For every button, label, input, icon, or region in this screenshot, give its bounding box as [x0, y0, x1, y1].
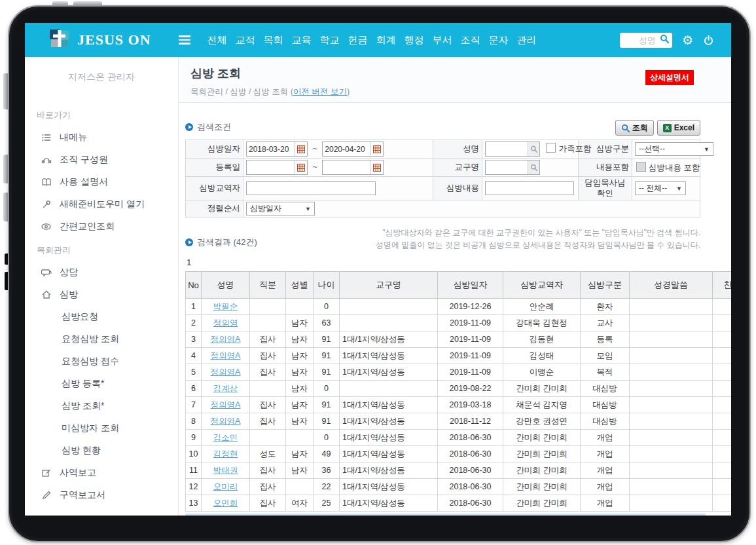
- hamburger-menu-icon[interactable]: [179, 35, 190, 45]
- table-cell: 1대/1지역/삼성동: [340, 364, 438, 381]
- calendar-icon[interactable]: [295, 160, 307, 174]
- table-cell: 김동현: [503, 331, 581, 348]
- previous-version-link[interactable]: 이전 버전 보기: [293, 87, 347, 96]
- sidebar-subitem[interactable]: 심방 조회*: [25, 395, 178, 417]
- member-name-link[interactable]: 정의영A: [211, 417, 241, 426]
- header-search-box[interactable]: [620, 33, 672, 48]
- reg-date-from-field[interactable]: [246, 160, 308, 175]
- table-cell: [713, 479, 732, 495]
- sidebar-subitem[interactable]: 심방요청: [25, 306, 178, 328]
- member-name-link[interactable]: 오미리: [213, 482, 238, 491]
- app-logo[interactable]: JESUS ON: [48, 28, 151, 52]
- column-header: 심방교역자: [503, 272, 581, 299]
- sidebar-subitem[interactable]: 심방 현황: [25, 440, 178, 462]
- sidebar-item[interactable]: 새해준비도우미 열기: [25, 193, 178, 216]
- member-name-link[interactable]: 정의영: [213, 318, 238, 328]
- visit-date-to-input[interactable]: [323, 145, 370, 154]
- sidebar-item[interactable]: 사용 설명서: [25, 171, 178, 193]
- reg-date-to-input[interactable]: [323, 163, 370, 172]
- nav-item[interactable]: 행정: [405, 34, 424, 47]
- quick-member-search-icon: [41, 221, 52, 233]
- name-cell: 오민희: [202, 495, 250, 512]
- nav-item[interactable]: 전체: [207, 34, 227, 47]
- table-cell: [630, 430, 713, 446]
- sidebar-item[interactable]: 간편교인조회: [25, 216, 178, 238]
- member-name-link[interactable]: 정의영A: [211, 351, 241, 360]
- member-name-link[interactable]: 박태권: [213, 466, 238, 475]
- magnifier-icon[interactable]: [528, 142, 539, 156]
- sidebar-item[interactable]: 조직 구성원: [25, 149, 178, 171]
- table-cell: 2019-03-18: [438, 397, 503, 413]
- sidebar-item[interactable]: 내메뉴: [25, 126, 178, 149]
- nav-item[interactable]: 회계: [376, 34, 396, 47]
- sidebar-subitem[interactable]: 요청심방 접수: [25, 350, 178, 373]
- excel-button[interactable]: X Excel: [657, 120, 700, 136]
- member-name-link[interactable]: 김소민: [213, 433, 238, 442]
- table-cell: 91: [314, 397, 340, 413]
- sidebar-subitem[interactable]: 요청심방 조회: [25, 328, 178, 350]
- visit-date-from-input[interactable]: [247, 145, 295, 154]
- member-name-link[interactable]: 김계삼: [213, 384, 238, 393]
- table-cell: 1대/1지역/삼성동: [340, 397, 438, 413]
- table-cell: 1: [186, 299, 202, 315]
- name-cell: 박태권: [202, 462, 250, 479]
- sidebar-item[interactable]: 상담: [25, 261, 178, 284]
- table-cell: [713, 315, 732, 331]
- sidebar-subitem[interactable]: 심방 등록*: [25, 373, 178, 395]
- member-name-link[interactable]: 오민희: [213, 498, 238, 508]
- content-include-checkbox[interactable]: [636, 162, 646, 172]
- district-report-icon: [41, 490, 52, 501]
- pastor-confirm-select[interactable]: -- 전체--▼: [635, 181, 686, 195]
- detail-manual-badge[interactable]: 상세설명서: [645, 70, 694, 85]
- member-name-link[interactable]: 김정현: [213, 449, 238, 459]
- table-row: 3정의영A집사남자911대/1지역/삼성동2019-11-09김동현등록: [186, 331, 732, 348]
- reg-date-to-field[interactable]: [322, 160, 384, 175]
- calendar-icon[interactable]: [370, 160, 383, 174]
- name-search-field[interactable]: [485, 141, 540, 157]
- sort-order-label: 정렬순서: [186, 200, 243, 217]
- gear-icon[interactable]: ⚙: [682, 34, 693, 47]
- magnifier-icon[interactable]: [528, 160, 539, 174]
- calendar-icon[interactable]: [295, 142, 307, 156]
- nav-item[interactable]: 부서: [433, 34, 452, 47]
- sidebar-item[interactable]: 구역보고서: [25, 484, 178, 506]
- table-row: 7정의영A집사남자911대/1지역/삼성동2019-03-18채문석 김지영대심…: [186, 397, 732, 413]
- nav-item[interactable]: 교육: [292, 34, 312, 47]
- nav-item[interactable]: 학교: [320, 34, 340, 47]
- sidebar-subitem[interactable]: 미심방자 조회: [25, 417, 178, 440]
- table-cell: [340, 315, 438, 331]
- pagination-page-1[interactable]: 1: [187, 257, 731, 267]
- horizontal-scrollbar[interactable]: [185, 514, 706, 516]
- member-name-link[interactable]: 정의영A: [211, 335, 241, 344]
- member-name-link[interactable]: 정의영A: [211, 400, 241, 409]
- nav-item[interactable]: 헌금: [348, 34, 368, 47]
- district-search-field[interactable]: [485, 160, 540, 175]
- visit-date-from-field[interactable]: [246, 141, 308, 157]
- header-search-input[interactable]: [624, 35, 657, 46]
- district-input[interactable]: [486, 163, 528, 172]
- name-input[interactable]: [486, 145, 528, 154]
- reg-date-from-input[interactable]: [247, 163, 295, 172]
- visitor-input[interactable]: [246, 181, 376, 195]
- nav-item[interactable]: 문자: [489, 34, 509, 47]
- member-name-link[interactable]: 박필순: [213, 302, 238, 311]
- nav-item[interactable]: 조직: [461, 34, 480, 47]
- sidebar-item-label: 심방: [60, 289, 78, 301]
- search-button[interactable]: 조회: [615, 120, 654, 136]
- family-include-checkbox[interactable]: [546, 143, 556, 153]
- power-icon[interactable]: [703, 35, 714, 46]
- member-name-link[interactable]: 정의영A: [211, 367, 241, 377]
- nav-item[interactable]: 목회: [264, 34, 283, 47]
- table-cell: 7: [186, 397, 202, 413]
- sidebar-item[interactable]: 사역보고: [25, 462, 178, 484]
- sidebar-item[interactable]: 심방: [25, 284, 178, 306]
- visit-type-select[interactable]: --선택--▼: [635, 142, 713, 156]
- nav-item[interactable]: 교적: [236, 34, 255, 47]
- visit-content-input[interactable]: [485, 181, 574, 195]
- sidebar-item-label: 새해준비도우미 열기: [60, 198, 145, 210]
- sort-order-select[interactable]: 심방일자▼: [246, 202, 315, 216]
- nav-item[interactable]: 관리: [517, 34, 537, 47]
- visit-date-to-field[interactable]: [322, 141, 384, 157]
- search-icon[interactable]: [660, 34, 669, 46]
- calendar-icon[interactable]: [370, 142, 383, 156]
